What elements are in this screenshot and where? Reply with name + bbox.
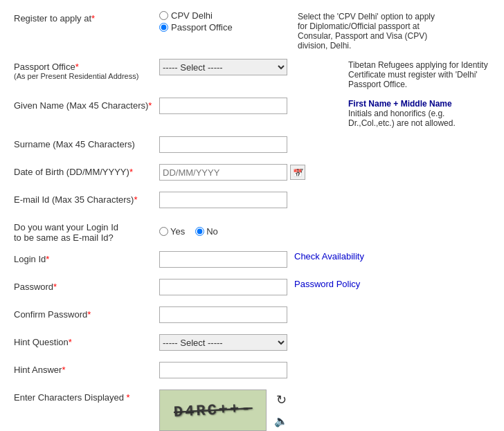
password-label: Password* <box>14 279 159 292</box>
password-input[interactable] <box>159 279 287 295</box>
given-name-input[interactable] <box>159 98 287 114</box>
hint-answer-input-col <box>159 362 338 378</box>
no-option[interactable]: No <box>195 226 218 237</box>
confirm-password-input-col <box>159 306 338 323</box>
captcha-icons: ↻ 🔈 <box>272 391 290 430</box>
passport-office-info: Tibetan Refugees applying for Identity C… <box>338 59 490 89</box>
surname-label: Surname (Max 45 Characters) <box>14 136 159 149</box>
hint-question-input-col: ----- Select ----- <box>159 334 338 351</box>
login-id-input-col: Check Availability <box>159 251 364 268</box>
passport-office-radio[interactable] <box>159 23 168 32</box>
given-name-info: First Name + Middle Name Initials and ho… <box>338 98 490 128</box>
captcha-area: D4RC++- ↻ 🔈 <box>159 389 290 431</box>
login-same-label: Do you want your Login Id to be same as … <box>14 219 159 243</box>
passport-office-input-col: ----- Select ----- <box>159 59 338 75</box>
cpv-delhi-radio[interactable] <box>159 11 168 20</box>
hint-question-select[interactable]: ----- Select ----- <box>159 334 287 351</box>
dob-input-col: 📅 <box>159 164 338 181</box>
surname-input-col <box>159 136 338 153</box>
dob-label: Date of Birth (DD/MM/YYYY)* <box>14 164 159 177</box>
hint-question-label: Hint Question* <box>14 334 159 347</box>
email-label: E-mail Id (Max 35 Characters)* <box>14 192 159 205</box>
surname-input[interactable] <box>159 136 287 153</box>
yes-option[interactable]: Yes <box>159 226 185 237</box>
login-id-label: Login Id* <box>14 251 159 264</box>
passport-office-option[interactable]: Passport Office <box>159 22 287 33</box>
passport-office-select[interactable]: ----- Select ----- <box>159 59 287 75</box>
calendar-icon[interactable]: 📅 <box>290 165 305 180</box>
confirm-password-input[interactable] <box>159 306 287 323</box>
email-input[interactable] <box>159 192 287 208</box>
given-name-label: Given Name (Max 45 Characters)* <box>14 98 159 111</box>
refresh-captcha-icon[interactable]: ↻ <box>272 391 290 409</box>
passport-office-label: Passport Office* (As per Present Residen… <box>14 59 159 80</box>
email-input-col <box>159 192 338 208</box>
no-radio[interactable] <box>195 227 204 236</box>
captcha-col: D4RC++- ↻ 🔈 <box>159 389 290 431</box>
login-same-options: Yes No <box>159 226 218 237</box>
speaker-icon[interactable]: 🔈 <box>272 412 290 430</box>
hint-answer-input[interactable] <box>159 362 287 378</box>
hint-answer-label: Hint Answer* <box>14 362 159 375</box>
captcha-label: Enter Characters Displayed * <box>14 389 159 403</box>
password-policy-link[interactable]: Password Policy <box>287 279 360 289</box>
yes-radio[interactable] <box>159 227 168 236</box>
login-id-input[interactable] <box>159 251 287 268</box>
captcha-image: D4RC++- <box>159 389 267 431</box>
given-name-input-col <box>159 98 338 114</box>
confirm-password-label: Confirm Password* <box>14 306 159 320</box>
register-at-info: Select the 'CPV Delhi' option to apply f… <box>287 10 440 51</box>
dob-input[interactable] <box>159 164 287 181</box>
register-at-label: Register to apply at* <box>14 10 159 24</box>
check-availability-link[interactable]: Check Availability <box>287 251 364 262</box>
cpv-delhi-option[interactable]: CPV Delhi <box>159 10 287 21</box>
register-at-options: CPV Delhi Passport Office <box>159 10 287 34</box>
password-input-col: Password Policy <box>159 279 360 295</box>
